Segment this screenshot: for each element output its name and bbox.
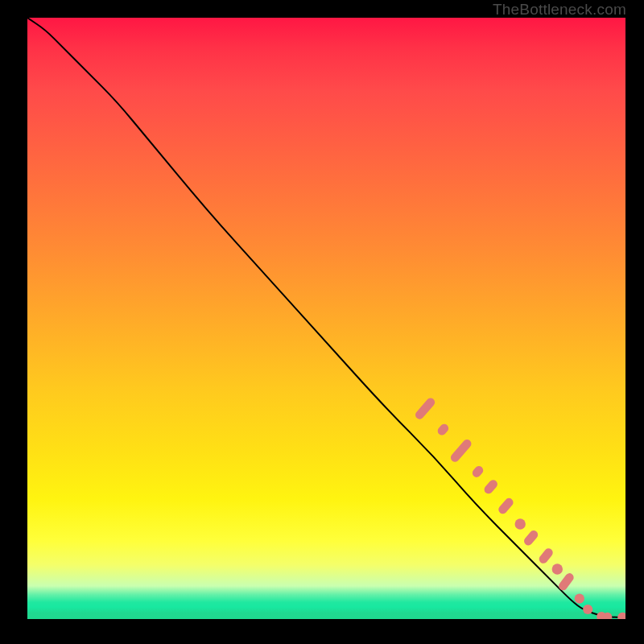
marker-capsule	[436, 423, 451, 437]
marker-dot	[515, 518, 526, 529]
plot-area	[27, 18, 625, 619]
chart-frame: TheBottleneck.com	[0, 0, 644, 644]
marker-capsule	[449, 438, 473, 464]
marker-capsule	[471, 464, 485, 479]
watermark-text: TheBottleneck.com	[493, 1, 626, 19]
line-series-curve	[27, 18, 625, 617]
marker-capsule	[538, 547, 555, 565]
marker-dot	[583, 605, 592, 614]
marker-dot	[552, 564, 563, 574]
chart-svg	[27, 18, 625, 619]
marker-layer	[414, 396, 625, 619]
marker-capsule	[522, 529, 539, 547]
marker-dot	[575, 594, 584, 604]
marker-capsule	[497, 497, 515, 516]
marker-capsule	[482, 478, 499, 496]
marker-capsule	[414, 396, 436, 421]
